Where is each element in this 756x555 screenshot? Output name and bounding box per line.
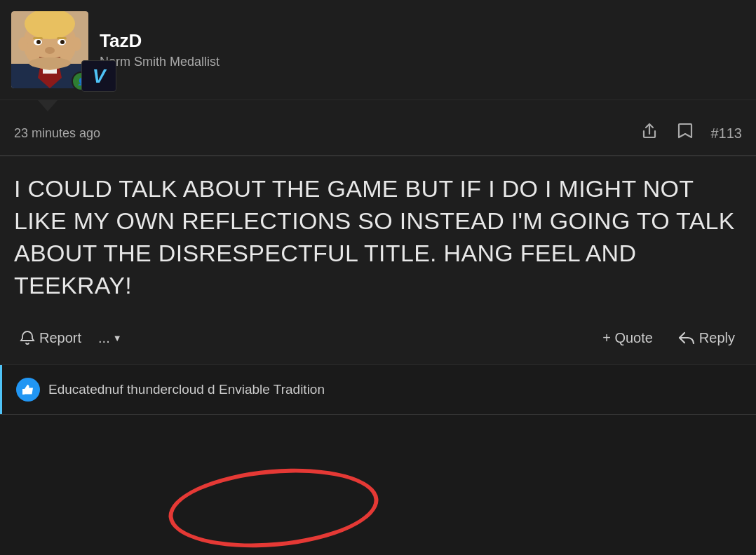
svg-rect-10 [33, 37, 43, 39]
chevron-down-icon: ▼ [113, 333, 122, 343]
svg-rect-11 [57, 37, 67, 39]
v-badge-letter: V [93, 65, 106, 88]
post-content: I COULD TALK ABOUT THE GAME BUT IF I DO … [0, 156, 756, 316]
reply-label: Reply [699, 330, 735, 346]
svg-point-15 [72, 37, 81, 51]
post-meta: 23 minutes ago #113 [0, 111, 756, 156]
svg-point-13 [29, 57, 71, 69]
report-button[interactable]: Report [14, 326, 87, 350]
share-icon[interactable] [640, 121, 659, 145]
post-container: 👤 V TazD Norm Smith Medallist 23 minutes… [0, 0, 756, 415]
post-meta-right: #113 [640, 121, 743, 145]
bookmark-icon[interactable] [676, 121, 694, 145]
post-header: 👤 V TazD Norm Smith Medallist [0, 0, 756, 100]
post-text: I COULD TALK ABOUT THE GAME BUT IF I DO … [14, 173, 742, 302]
quote-label: + Quote [602, 330, 653, 346]
post-timestamp: 23 minutes ago [14, 126, 100, 141]
avatar-wrapper: 👤 V [11, 11, 88, 88]
actions-right: + Quote Reply [595, 326, 742, 350]
v-badge: V [81, 60, 116, 92]
svg-point-14 [18, 37, 28, 51]
bell-icon [20, 330, 35, 345]
actions-left: Report ... ▼ [14, 326, 128, 350]
report-label: Report [39, 330, 81, 346]
red-circle-annotation [166, 460, 382, 555]
svg-point-8 [36, 40, 41, 44]
more-label: ... [98, 330, 110, 346]
header-arrow [38, 100, 58, 111]
svg-point-9 [60, 40, 65, 44]
username: TazD [100, 30, 742, 52]
reply-button[interactable]: Reply [671, 326, 742, 350]
quote-button[interactable]: + Quote [595, 326, 660, 350]
reply-text: Educatednuf thundercloud d Enviable Trad… [48, 382, 742, 397]
user-title: Norm Smith Medallist [100, 55, 742, 69]
thumbs-up-icon [16, 378, 40, 402]
svg-point-12 [45, 47, 55, 54]
more-options-button[interactable]: ... ▼ [93, 326, 128, 350]
reply-arrow-icon [678, 330, 695, 345]
post-number: #113 [711, 125, 743, 142]
user-info: TazD Norm Smith Medallist [100, 30, 742, 69]
post-actions: Report ... ▼ + Quote Reply [0, 316, 756, 365]
reply-preview: Educatednuf thundercloud d Enviable Trad… [0, 365, 756, 414]
